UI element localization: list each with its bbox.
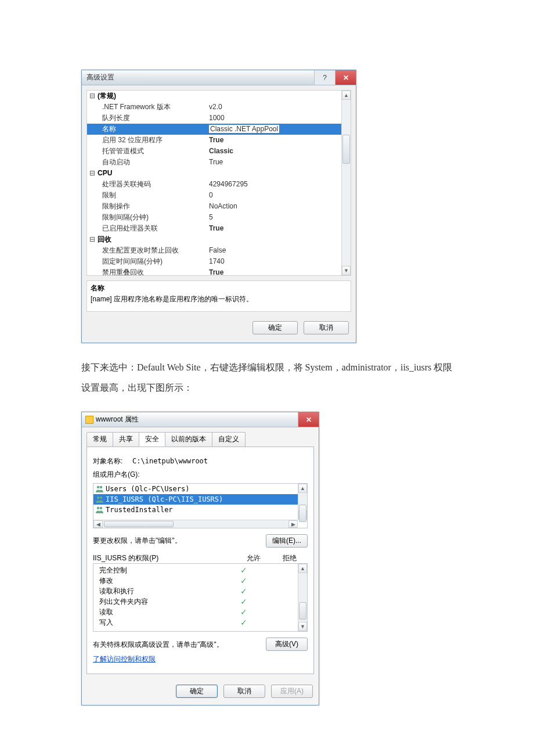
list-item[interactable]: TrustedInstaller bbox=[93, 505, 298, 515]
property-value[interactable]: 5 bbox=[209, 212, 341, 223]
tab-以前的版本[interactable]: 以前的版本 bbox=[165, 432, 212, 447]
category-row[interactable]: ⊟回收 bbox=[87, 234, 341, 245]
group-icon bbox=[95, 485, 104, 493]
property-row[interactable]: 已启用处理器关联True bbox=[87, 223, 341, 234]
scroll-down-icon[interactable]: ▼ bbox=[342, 266, 351, 275]
scroll-up-icon[interactable]: ▲ bbox=[342, 91, 351, 100]
property-value[interactable]: False bbox=[209, 245, 341, 256]
allow-check-icon: ✓ bbox=[226, 576, 262, 585]
scroll-right-icon[interactable]: ▶ bbox=[288, 520, 298, 528]
property-value[interactable]: True bbox=[209, 267, 341, 275]
property-row[interactable]: .NET Framework 版本v2.0 bbox=[87, 102, 341, 113]
scroll-up-icon[interactable]: ▲ bbox=[298, 484, 307, 493]
permissions-title: IIS_IUSRS 的权限(P) bbox=[93, 553, 236, 563]
property-label: 禁用重叠回收 bbox=[87, 267, 209, 275]
object-name-label: 对象名称: bbox=[93, 457, 122, 465]
svg-point-0 bbox=[97, 486, 99, 488]
tab-常规[interactable]: 常规 bbox=[86, 432, 113, 447]
ok-button[interactable]: 确定 bbox=[252, 321, 298, 334]
property-label: .NET Framework 版本 bbox=[87, 102, 209, 113]
property-row[interactable]: 名称Classic .NET AppPool bbox=[87, 124, 341, 135]
property-label: 发生配置更改时禁止回收 bbox=[87, 245, 209, 256]
property-row[interactable]: 禁用重叠回收True bbox=[87, 267, 341, 275]
vertical-scrollbar[interactable]: ▲ ▼ bbox=[341, 91, 351, 275]
scrollbar-thumb[interactable] bbox=[342, 135, 350, 164]
category-label: 回收 bbox=[98, 234, 111, 245]
property-row[interactable]: 启用 32 位应用程序True bbox=[87, 135, 341, 146]
group-icon bbox=[95, 495, 104, 503]
scrollbar-track[interactable] bbox=[298, 493, 307, 510]
permission-name: 完全控制 bbox=[93, 566, 226, 575]
advanced-line: 有关特殊权限或高级设置，请单击"高级"。 高级(V) bbox=[93, 638, 308, 651]
title-bar: wwwroot 属性 ✕ bbox=[82, 412, 319, 427]
property-value[interactable]: 1000 bbox=[209, 113, 341, 124]
property-value[interactable]: Classic bbox=[209, 146, 341, 157]
permission-row: 读取和执行✓ bbox=[93, 586, 298, 596]
security-tab-body: 对象名称: C:\inetpub\wwwroot 组或用户名(G): Users… bbox=[86, 447, 314, 674]
vertical-scrollbar[interactable]: ▲ ▼ bbox=[298, 564, 307, 631]
tab-共享[interactable]: 共享 bbox=[113, 432, 139, 447]
svg-point-4 bbox=[97, 507, 99, 509]
svg-point-2 bbox=[97, 496, 99, 499]
scroll-left-icon[interactable]: ◀ bbox=[93, 520, 103, 528]
property-row[interactable]: 限制操作NoAction bbox=[87, 201, 341, 212]
property-value[interactable]: True bbox=[209, 223, 341, 234]
property-value[interactable]: Classic .NET AppPool bbox=[209, 124, 341, 135]
help-button[interactable]: ? bbox=[314, 70, 335, 85]
users-listbox[interactable]: Users (Qlc-PC\Users)IIS_IUSRS (Qlc-PC\II… bbox=[93, 483, 308, 528]
deny-header: 拒绝 bbox=[272, 553, 308, 563]
cancel-button[interactable]: 取消 bbox=[223, 685, 265, 698]
list-item[interactable]: Users (Qlc-PC\Users) bbox=[93, 484, 298, 494]
svg-point-1 bbox=[100, 486, 102, 488]
property-row[interactable]: 固定时间间隔(分钟)1740 bbox=[87, 256, 341, 267]
vertical-scrollbar[interactable]: ▲ ▼ bbox=[298, 484, 307, 520]
property-grid: ⊟(常规).NET Framework 版本v2.0队列长度1000名称Clas… bbox=[86, 90, 351, 276]
list-item[interactable]: IIS_IUSRS (Qlc-PC\IIS_IUSRS) bbox=[93, 494, 298, 505]
permission-row: 列出文件夹内容✓ bbox=[93, 596, 298, 607]
edit-button[interactable]: 编辑(E)... bbox=[266, 534, 308, 548]
property-value[interactable]: True bbox=[209, 157, 341, 168]
property-row[interactable]: 发生配置更改时禁止回收False bbox=[87, 245, 341, 256]
scrollbar-track[interactable] bbox=[298, 573, 307, 622]
scrollbar-thumb[interactable] bbox=[104, 521, 174, 527]
property-value[interactable]: 1740 bbox=[209, 256, 341, 267]
help-link[interactable]: 了解访问控制和权限 bbox=[93, 654, 308, 664]
close-button[interactable]: ✕ bbox=[335, 70, 356, 85]
property-row[interactable]: 处理器关联掩码4294967295 bbox=[87, 179, 341, 190]
horizontal-scrollbar[interactable]: ◀ ▶ bbox=[93, 520, 298, 528]
dialog-button-row: 确定 取消 应用(A) bbox=[82, 679, 319, 705]
category-row[interactable]: ⊟(常规) bbox=[87, 91, 341, 102]
property-row[interactable]: 队列长度1000 bbox=[87, 113, 341, 124]
scrollbar-track[interactable] bbox=[342, 100, 351, 266]
property-value[interactable]: True bbox=[209, 135, 341, 146]
property-value[interactable]: NoAction bbox=[209, 201, 341, 212]
scrollbar-thumb[interactable] bbox=[299, 602, 306, 620]
property-value[interactable]: 4294967295 bbox=[209, 179, 341, 190]
tab-自定义[interactable]: 自定义 bbox=[212, 432, 246, 447]
svg-point-5 bbox=[100, 507, 102, 509]
advanced-button[interactable]: 高级(V) bbox=[266, 638, 308, 651]
groups-label: 组或用户名(G): bbox=[93, 470, 308, 480]
ok-button[interactable]: 确定 bbox=[176, 685, 218, 698]
cancel-button[interactable]: 取消 bbox=[304, 321, 349, 334]
property-label: 已启用处理器关联 bbox=[87, 223, 209, 234]
permissions-header: IIS_IUSRS 的权限(P) 允许 拒绝 bbox=[93, 553, 308, 563]
category-row[interactable]: ⊟CPU bbox=[87, 168, 341, 179]
scroll-up-icon[interactable]: ▲ bbox=[298, 564, 307, 573]
property-row[interactable]: 托管管道模式Classic bbox=[87, 146, 341, 157]
apply-button[interactable]: 应用(A) bbox=[271, 685, 313, 698]
collapse-icon[interactable]: ⊟ bbox=[87, 168, 98, 179]
property-value[interactable]: v2.0 bbox=[209, 102, 341, 113]
property-row[interactable]: 限制0 bbox=[87, 190, 341, 201]
property-row[interactable]: 限制间隔(分钟)5 bbox=[87, 212, 341, 223]
scrollbar-thumb[interactable] bbox=[299, 505, 306, 522]
close-button[interactable]: ✕ bbox=[298, 412, 319, 427]
group-icon bbox=[95, 506, 104, 514]
description-text: [name] 应用程序池名称是应用程序池的唯一标识符。 bbox=[91, 294, 347, 304]
property-row[interactable]: 自动启动True bbox=[87, 157, 341, 168]
collapse-icon[interactable]: ⊟ bbox=[87, 91, 98, 102]
scroll-down-icon[interactable]: ▼ bbox=[298, 622, 307, 631]
tab-安全[interactable]: 安全 bbox=[139, 432, 165, 447]
collapse-icon[interactable]: ⊟ bbox=[87, 234, 98, 245]
property-value[interactable]: 0 bbox=[209, 190, 341, 201]
